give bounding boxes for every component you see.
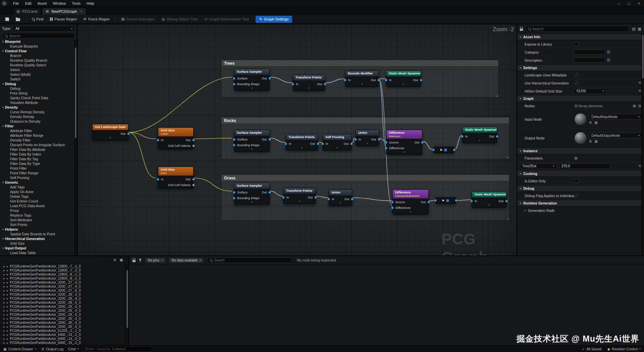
add-icon[interactable]: ⊕ — [113, 258, 116, 262]
expand-arrow-icon[interactable]: ▶ — [7, 321, 8, 324]
grass-static-mesh-spawner[interactable]: Static Mesh SpawnerInOut˅ — [472, 191, 506, 208]
input-pin[interactable] — [385, 147, 387, 150]
palette-item[interactable]: Delete Tags — [0, 194, 77, 199]
tab-pcg-test[interactable]: U PCG-test — [13, 8, 41, 15]
expand-arrow-icon[interactable]: ▶ — [7, 297, 8, 300]
type-dropdown[interactable]: All ▾ — [13, 26, 75, 32]
palette-item[interactable]: Discard Points on Irregular Surface — [0, 142, 77, 147]
menu-edit[interactable]: Edit — [22, 1, 35, 6]
display-settings-icon[interactable]: ▦ — [638, 27, 641, 31]
node-collapse-chevron[interactable]: ˅ — [393, 211, 428, 214]
palette-item[interactable]: Switch — [0, 77, 77, 81]
expand-arrow-icon[interactable]: ▶ — [3, 297, 5, 300]
palette-item[interactable]: Density Remap — [0, 114, 77, 119]
actor-row[interactable]: ▶▶PCGRuntimeGenPartitionActor_3200_-27_-… — [0, 288, 125, 292]
expand-arrow-icon[interactable]: ▶ — [3, 289, 5, 292]
input-pin[interactable] — [385, 79, 387, 81]
attributes-search[interactable] — [207, 257, 292, 263]
palette-category[interactable]: ▾Generic — [0, 180, 77, 185]
expand-arrow-icon[interactable]: ▶ — [7, 285, 8, 288]
expand-arrow-icon[interactable]: ▶ — [3, 265, 5, 268]
actor-row[interactable]: ▶▶PCGRuntimeGenPartitionActor_3200_-28_-… — [0, 300, 125, 304]
expand-arrow-icon[interactable]: ▶ — [7, 334, 8, 336]
menu-window[interactable]: Window — [50, 1, 69, 6]
graph-settings-button[interactable]: ✎Graph Settings — [256, 16, 292, 23]
find-button[interactable]: Find — [29, 16, 46, 22]
input-pin[interactable] — [233, 197, 235, 199]
palette-item[interactable]: Sanity Check Point Data — [0, 96, 77, 100]
output-pin[interactable] — [421, 141, 424, 144]
node-collapse-chevron[interactable]: ˅ — [284, 200, 315, 204]
actor-row[interactable]: ▶▶PCGRuntimeGenPartitionActor_12800_-8_-… — [0, 276, 125, 280]
browse-to-asset-button[interactable] — [13, 16, 23, 22]
palette-item[interactable]: Distance to Density — [0, 119, 77, 124]
text-field[interactable] — [574, 50, 605, 55]
force-regen-button[interactable]: ⟳Force Regen — [81, 16, 112, 23]
add-icon[interactable]: ⊕ — [589, 139, 592, 143]
input-pin[interactable] — [233, 144, 235, 146]
details-section-header[interactable]: ▾Settings — [517, 64, 644, 71]
details-section-header[interactable]: ▾Asset Info — [517, 34, 644, 40]
input-pin[interactable] — [291, 83, 294, 85]
grid-size-6400[interactable]: Grid Size6400InOutGrid Cell Volume — [158, 167, 194, 188]
palette-item[interactable]: Apply On Actor — [0, 189, 77, 194]
copy-icon[interactable]: ▣ — [120, 258, 123, 262]
input-pin[interactable] — [233, 138, 235, 141]
palette-item[interactable]: Filter Data By Tag — [0, 157, 77, 161]
expand-arrow-icon[interactable]: ▶ — [3, 293, 5, 296]
scrollbar-thumb[interactable] — [642, 35, 644, 78]
maximize-button[interactable]: □ — [624, 0, 634, 6]
details-section-header[interactable]: ▾Graph — [517, 95, 644, 102]
expand-arrow-icon[interactable]: ▶ — [3, 342, 5, 344]
palette-item[interactable]: Sort Attributes — [0, 218, 77, 222]
content-drawer-button[interactable]: ▦ Content Drawer ∧ — [3, 347, 37, 351]
rocks-difference[interactable]: DifferenceMaximumSourceOutDifferences˅ — [386, 130, 422, 155]
actor-row[interactable]: ▶▶PCGRuntimeGenPartitionActor_3200_-27_-… — [0, 280, 125, 284]
input-pin[interactable] — [391, 201, 394, 203]
grass-reroute[interactable]: ▶ — [435, 197, 456, 204]
rocks-reroute[interactable]: ▶ — [433, 146, 454, 153]
node-collapse-chevron[interactable]: ˅ — [356, 142, 379, 146]
trees-static-mesh-spawner[interactable]: Static Mesh SpawnerInOut˅ — [386, 70, 421, 87]
checkbox[interactable]: ✓ — [574, 81, 579, 85]
details-section-header[interactable]: ▾Runtime Generation — [517, 200, 644, 207]
input-pin[interactable] — [157, 139, 159, 141]
output-log-button[interactable]: ≣ Output Log — [41, 347, 63, 351]
node-collapse-chevron[interactable]: ˅ — [472, 204, 506, 208]
text-field[interactable] — [574, 58, 605, 63]
palette-search-input[interactable] — [9, 34, 72, 38]
palette-item[interactable]: Branch — [0, 53, 77, 58]
output-pin[interactable] — [496, 135, 498, 138]
input-pin[interactable] — [432, 149, 435, 151]
details-scrollbar[interactable] — [641, 34, 644, 255]
palette-category[interactable]: ▾Hierarchical Generation — [0, 236, 77, 241]
expand-arrow-icon[interactable]: ▶ — [7, 281, 8, 284]
expand-arrow-icon[interactable]: ▶ — [7, 305, 8, 308]
palette-category[interactable]: ▾Helpers — [0, 227, 77, 232]
lock-icon[interactable] — [520, 28, 523, 31]
palette-item[interactable]: Add Tags — [0, 185, 77, 189]
expand-arrow-icon[interactable]: ▶ — [3, 317, 5, 320]
node-collapse-chevron[interactable]: ˅ — [293, 87, 325, 91]
actor-row[interactable]: ▶▶PCGRuntimeGenPartitionActor_6400_-15_-… — [0, 341, 125, 345]
filter-icon[interactable] — [139, 259, 142, 262]
add-parameter-icon[interactable]: ⊕ — [574, 156, 578, 161]
close-button[interactable]: × — [634, 0, 644, 6]
palette-item[interactable]: Density Filter — [0, 138, 77, 142]
output-pin[interactable] — [192, 139, 195, 141]
palette-category[interactable]: ▾Filter — [0, 124, 77, 128]
asset-dropdown[interactable]: DefaultOutputNode▾ — [589, 133, 642, 138]
expand-arrow-icon[interactable]: ▶ — [3, 330, 5, 332]
palette-item[interactable]: Select (Multi) — [0, 72, 77, 77]
add-element-icon[interactable]: ⊕ — [633, 104, 636, 108]
browse-icon[interactable]: ▦ — [594, 121, 597, 124]
chevron-right-icon[interactable]: ▸ — [525, 209, 526, 212]
input-pin[interactable] — [327, 198, 330, 200]
output-pin[interactable] — [351, 198, 354, 200]
attributes-search-input[interactable] — [214, 258, 290, 262]
input-pin[interactable] — [461, 135, 464, 138]
save-status[interactable]: ✓ All Saved — [582, 347, 601, 351]
reset-to-default-icon[interactable]: ⟲ — [638, 89, 641, 93]
input-pin[interactable] — [233, 191, 235, 194]
expand-arrow-icon[interactable]: ▶ — [3, 301, 5, 304]
